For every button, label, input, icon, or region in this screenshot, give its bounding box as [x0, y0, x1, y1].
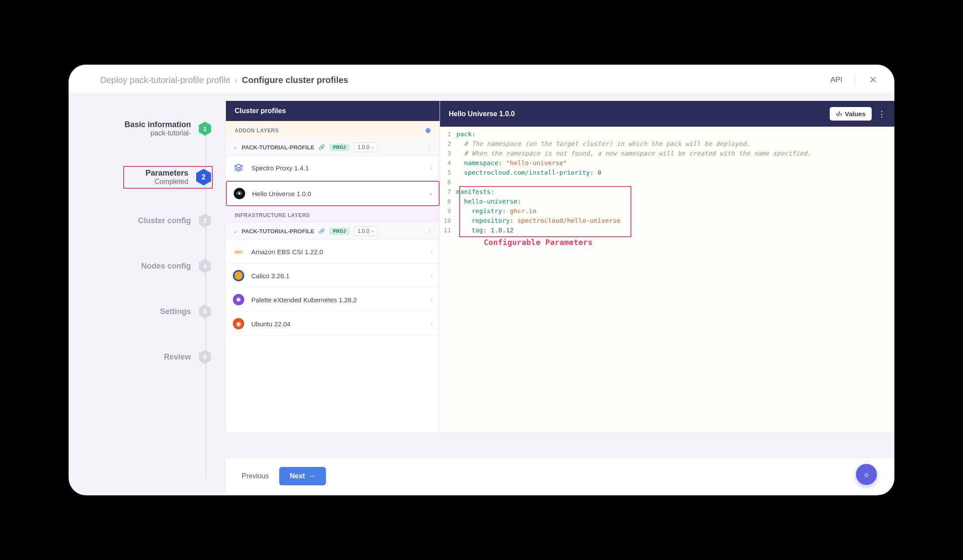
arrow-right-icon: →: [308, 472, 315, 480]
more-icon[interactable]: ⋮: [878, 109, 886, 119]
chevron-down-icon: ⌄: [233, 144, 237, 150]
chevron-right-icon: ›: [235, 75, 238, 85]
proxy-icon: [233, 162, 244, 173]
proj-badge: PROJ: [329, 144, 349, 151]
infra-layers-label: INFRASTRUCTURE LAYERS: [226, 207, 440, 223]
configurable-params-label: Configurable Parameters: [484, 238, 592, 247]
step-nodes-config[interactable]: Nodes config 4: [69, 259, 217, 273]
close-icon[interactable]: ✕: [869, 74, 877, 86]
step-sub: Completed: [145, 178, 188, 186]
layer-spectro-proxy[interactable]: Spectro Proxy 1.4.1 ›: [226, 156, 440, 180]
step-hex-icon: 5: [199, 304, 211, 318]
step-title: Basic information: [125, 120, 191, 129]
chevron-down-icon: ⌄: [233, 228, 237, 234]
values-button[interactable]: ‹/› Values: [830, 107, 872, 121]
calico-icon: [233, 270, 244, 281]
footer: Previous Next →: [226, 458, 894, 494]
step-title: Review: [164, 353, 191, 362]
chevron-right-icon: ›: [431, 249, 433, 255]
step-title: Nodes config: [141, 262, 191, 271]
divider: [856, 75, 856, 85]
layer-name: Hello Universe 1.0.0: [252, 190, 311, 197]
step-title: Parameters: [145, 169, 188, 178]
editor-panel: Hello Universe 1.0.0 ‹/› Values ⋮: [440, 101, 894, 432]
header: Deploy pack-tutorial-profile profile › C…: [69, 65, 894, 94]
step-title: Settings: [160, 307, 191, 316]
step-parameters[interactable]: Parameters Completed 2: [69, 169, 217, 186]
editor-title: Hello Universe 1.0.0: [449, 110, 515, 118]
step-hex-icon: 4: [199, 259, 211, 273]
link-icon: 🔗: [319, 144, 325, 150]
pxk-icon: ✱: [233, 294, 244, 305]
layer-name: Amazon EBS CSI 1.22.0: [251, 248, 323, 256]
step-title: Cluster config: [138, 216, 191, 225]
layer-name: Calico 3.26.1: [251, 272, 290, 280]
layer-name: Ubuntu 22.04: [251, 320, 291, 328]
panel-header: Hello Universe 1.0.0 ‹/› Values ⋮: [440, 101, 894, 127]
panel-title: Cluster profiles: [235, 107, 286, 115]
step-hex-icon: 3: [199, 214, 211, 228]
step-hex-icon: 1: [199, 122, 211, 136]
addon-layers-label: ADDON LAYERS ⊕: [226, 121, 440, 139]
more-icon[interactable]: ⋮: [426, 228, 433, 235]
layer-amazon-ebs[interactable]: aws Amazon EBS CSI 1.22.0 ›: [226, 240, 440, 264]
panel-header: Cluster profiles: [226, 101, 440, 121]
breadcrumb-prefix[interactable]: Deploy pack-tutorial-profile profile: [100, 75, 230, 85]
code-icon: ‹/›: [836, 110, 842, 118]
aws-icon: aws: [233, 246, 244, 257]
more-icon[interactable]: ⋮: [426, 144, 433, 151]
profile-name: PACK-TUTORIAL-PROFILE: [242, 144, 314, 151]
link-icon: 🔗: [319, 228, 325, 234]
breadcrumb: Deploy pack-tutorial-profile profile › C…: [100, 75, 348, 85]
api-link[interactable]: API: [831, 76, 842, 84]
profile-row[interactable]: ⌄ PACK-TUTORIAL-PROFILE 🔗 PROJ 1.0.0 ⋮: [226, 139, 440, 156]
step-settings[interactable]: Settings 5: [69, 304, 217, 318]
profile-row[interactable]: ⌄ PACK-TUTORIAL-PROFILE 🔗 PROJ 1.0.0 ⋮: [226, 223, 440, 240]
chevron-right-icon: ›: [431, 273, 433, 279]
stepper: Basic information pack-tutorial- 1 Param…: [69, 94, 217, 494]
layer-calico[interactable]: Calico 3.26.1 ›: [226, 264, 440, 288]
layer-name: Palette eXtended Kubernetes 1.28.2: [251, 296, 357, 304]
step-hex-icon: 6: [199, 350, 211, 364]
hello-icon: 👁: [234, 188, 245, 199]
previous-button[interactable]: Previous: [238, 468, 272, 484]
code-content[interactable]: pack: # The namespace (on the target clu…: [456, 127, 894, 238]
next-button[interactable]: Next →: [279, 467, 326, 485]
layer-pxk[interactable]: ✱ Palette eXtended Kubernetes 1.28.2 ›: [226, 288, 440, 312]
chevron-right-icon: ›: [431, 321, 433, 327]
step-basic-info[interactable]: Basic information pack-tutorial- 1: [69, 120, 217, 137]
profile-name: PACK-TUTORIAL-PROFILE: [242, 228, 314, 235]
step-review[interactable]: Review 6: [69, 350, 217, 364]
version-select[interactable]: 1.0.0: [354, 226, 378, 236]
add-icon[interactable]: ⊕: [425, 126, 431, 135]
line-numbers: 1234567891011: [440, 127, 456, 238]
step-hex-icon: 2: [196, 169, 211, 186]
proj-badge: PROJ: [329, 228, 349, 235]
chevron-right-icon: ›: [431, 297, 433, 303]
layer-name: Spectro Proxy 1.4.1: [251, 164, 309, 172]
chevron-right-icon: ›: [430, 190, 432, 197]
breadcrumb-current: Configure cluster profiles: [242, 75, 348, 85]
layer-hello-universe[interactable]: 👁 Hello Universe 1.0.0 ›: [226, 181, 440, 206]
step-sub: pack-tutorial-: [125, 129, 191, 137]
cluster-profiles-panel: Cluster profiles ADDON LAYERS ⊕ ⌄ PACK-T…: [226, 101, 440, 432]
code-editor[interactable]: 1234567891011 pack: # The namespace (on …: [440, 127, 894, 432]
help-fab[interactable]: ⟐: [856, 464, 877, 485]
chevron-right-icon: ›: [431, 165, 433, 171]
help-icon: ⟐: [864, 470, 869, 480]
ubuntu-icon: ◉: [233, 318, 244, 329]
step-cluster-config[interactable]: Cluster config 3: [69, 214, 217, 228]
version-select[interactable]: 1.0.0: [354, 142, 378, 152]
layer-ubuntu[interactable]: ◉ Ubuntu 22.04 ›: [226, 312, 440, 336]
